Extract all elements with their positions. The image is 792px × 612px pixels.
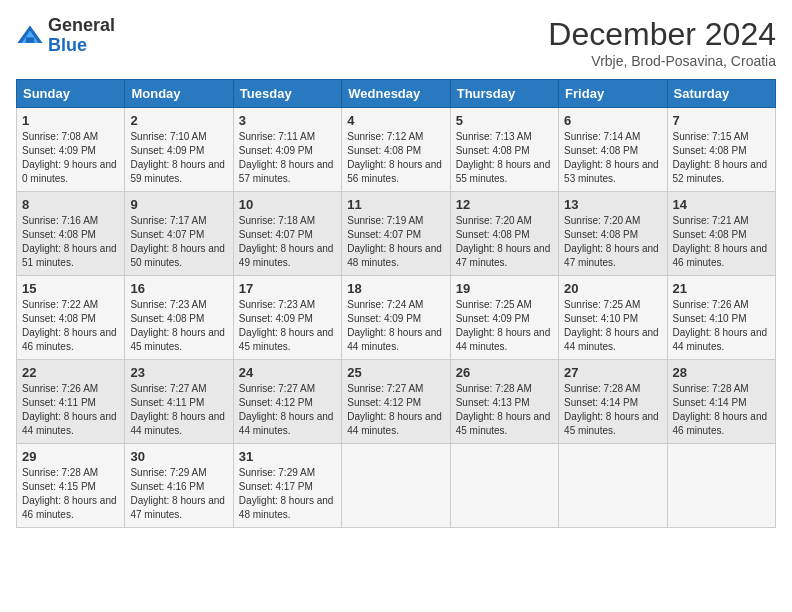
day-info: Sunrise: 7:29 AM Sunset: 4:16 PM Dayligh… xyxy=(130,466,227,522)
calendar-cell: 26 Sunrise: 7:28 AM Sunset: 4:13 PM Dayl… xyxy=(450,360,558,444)
calendar-week-4: 22 Sunrise: 7:26 AM Sunset: 4:11 PM Dayl… xyxy=(17,360,776,444)
sunset-label: Sunset: 4:09 PM xyxy=(239,313,313,324)
logo-icon xyxy=(16,22,44,50)
day-info: Sunrise: 7:10 AM Sunset: 4:09 PM Dayligh… xyxy=(130,130,227,186)
calendar-cell: 27 Sunrise: 7:28 AM Sunset: 4:14 PM Dayl… xyxy=(559,360,667,444)
day-info: Sunrise: 7:15 AM Sunset: 4:08 PM Dayligh… xyxy=(673,130,770,186)
daylight-label: Daylight: 8 hours and 48 minutes. xyxy=(347,243,442,268)
daylight-label: Daylight: 9 hours and 0 minutes. xyxy=(22,159,117,184)
sunset-label: Sunset: 4:15 PM xyxy=(22,481,96,492)
day-info: Sunrise: 7:14 AM Sunset: 4:08 PM Dayligh… xyxy=(564,130,661,186)
sunrise-label: Sunrise: 7:25 AM xyxy=(564,299,640,310)
day-number: 25 xyxy=(347,365,444,380)
header-wednesday: Wednesday xyxy=(342,80,450,108)
day-info: Sunrise: 7:20 AM Sunset: 4:08 PM Dayligh… xyxy=(564,214,661,270)
day-number: 13 xyxy=(564,197,661,212)
calendar-header-row: SundayMondayTuesdayWednesdayThursdayFrid… xyxy=(17,80,776,108)
sunrise-label: Sunrise: 7:27 AM xyxy=(347,383,423,394)
calendar-cell: 18 Sunrise: 7:24 AM Sunset: 4:09 PM Dayl… xyxy=(342,276,450,360)
sunset-label: Sunset: 4:07 PM xyxy=(347,229,421,240)
sunrise-label: Sunrise: 7:14 AM xyxy=(564,131,640,142)
sunset-label: Sunset: 4:16 PM xyxy=(130,481,204,492)
sunset-label: Sunset: 4:08 PM xyxy=(456,229,530,240)
daylight-label: Daylight: 8 hours and 44 minutes. xyxy=(347,411,442,436)
calendar-cell: 23 Sunrise: 7:27 AM Sunset: 4:11 PM Dayl… xyxy=(125,360,233,444)
daylight-label: Daylight: 8 hours and 45 minutes. xyxy=(239,327,334,352)
day-number: 11 xyxy=(347,197,444,212)
calendar-cell xyxy=(559,444,667,528)
sunrise-label: Sunrise: 7:20 AM xyxy=(564,215,640,226)
header-thursday: Thursday xyxy=(450,80,558,108)
sunrise-label: Sunrise: 7:22 AM xyxy=(22,299,98,310)
calendar-cell: 1 Sunrise: 7:08 AM Sunset: 4:09 PM Dayli… xyxy=(17,108,125,192)
day-info: Sunrise: 7:18 AM Sunset: 4:07 PM Dayligh… xyxy=(239,214,336,270)
header-sunday: Sunday xyxy=(17,80,125,108)
sunrise-label: Sunrise: 7:13 AM xyxy=(456,131,532,142)
calendar-cell: 16 Sunrise: 7:23 AM Sunset: 4:08 PM Dayl… xyxy=(125,276,233,360)
sunset-label: Sunset: 4:08 PM xyxy=(22,229,96,240)
day-number: 17 xyxy=(239,281,336,296)
calendar-cell: 21 Sunrise: 7:26 AM Sunset: 4:10 PM Dayl… xyxy=(667,276,775,360)
sunset-label: Sunset: 4:09 PM xyxy=(239,145,313,156)
sunrise-label: Sunrise: 7:17 AM xyxy=(130,215,206,226)
day-info: Sunrise: 7:24 AM Sunset: 4:09 PM Dayligh… xyxy=(347,298,444,354)
calendar-week-2: 8 Sunrise: 7:16 AM Sunset: 4:08 PM Dayli… xyxy=(17,192,776,276)
day-info: Sunrise: 7:22 AM Sunset: 4:08 PM Dayligh… xyxy=(22,298,119,354)
daylight-label: Daylight: 8 hours and 50 minutes. xyxy=(130,243,225,268)
calendar-cell: 17 Sunrise: 7:23 AM Sunset: 4:09 PM Dayl… xyxy=(233,276,341,360)
sunrise-label: Sunrise: 7:08 AM xyxy=(22,131,98,142)
sunrise-label: Sunrise: 7:28 AM xyxy=(673,383,749,394)
calendar-cell: 12 Sunrise: 7:20 AM Sunset: 4:08 PM Dayl… xyxy=(450,192,558,276)
sunset-label: Sunset: 4:09 PM xyxy=(347,313,421,324)
daylight-label: Daylight: 8 hours and 55 minutes. xyxy=(456,159,551,184)
logo-general: General xyxy=(48,15,115,35)
day-number: 19 xyxy=(456,281,553,296)
sunrise-label: Sunrise: 7:12 AM xyxy=(347,131,423,142)
calendar-cell: 6 Sunrise: 7:14 AM Sunset: 4:08 PM Dayli… xyxy=(559,108,667,192)
daylight-label: Daylight: 8 hours and 44 minutes. xyxy=(130,411,225,436)
calendar-cell xyxy=(450,444,558,528)
day-number: 24 xyxy=(239,365,336,380)
title-area: December 2024 Vrbje, Brod-Posavina, Croa… xyxy=(548,16,776,69)
sunset-label: Sunset: 4:14 PM xyxy=(564,397,638,408)
daylight-label: Daylight: 8 hours and 45 minutes. xyxy=(564,411,659,436)
daylight-label: Daylight: 8 hours and 44 minutes. xyxy=(673,327,768,352)
calendar-cell: 31 Sunrise: 7:29 AM Sunset: 4:17 PM Dayl… xyxy=(233,444,341,528)
sunset-label: Sunset: 4:10 PM xyxy=(673,313,747,324)
sunset-label: Sunset: 4:08 PM xyxy=(347,145,421,156)
sunset-label: Sunset: 4:07 PM xyxy=(130,229,204,240)
calendar-cell: 28 Sunrise: 7:28 AM Sunset: 4:14 PM Dayl… xyxy=(667,360,775,444)
header-friday: Friday xyxy=(559,80,667,108)
daylight-label: Daylight: 8 hours and 57 minutes. xyxy=(239,159,334,184)
sunrise-label: Sunrise: 7:10 AM xyxy=(130,131,206,142)
sunset-label: Sunset: 4:12 PM xyxy=(347,397,421,408)
day-number: 21 xyxy=(673,281,770,296)
day-number: 23 xyxy=(130,365,227,380)
calendar-cell: 19 Sunrise: 7:25 AM Sunset: 4:09 PM Dayl… xyxy=(450,276,558,360)
day-info: Sunrise: 7:11 AM Sunset: 4:09 PM Dayligh… xyxy=(239,130,336,186)
sunrise-label: Sunrise: 7:16 AM xyxy=(22,215,98,226)
day-number: 18 xyxy=(347,281,444,296)
daylight-label: Daylight: 8 hours and 48 minutes. xyxy=(239,495,334,520)
calendar-week-3: 15 Sunrise: 7:22 AM Sunset: 4:08 PM Dayl… xyxy=(17,276,776,360)
day-number: 1 xyxy=(22,113,119,128)
sunset-label: Sunset: 4:08 PM xyxy=(456,145,530,156)
day-number: 16 xyxy=(130,281,227,296)
day-number: 22 xyxy=(22,365,119,380)
day-info: Sunrise: 7:27 AM Sunset: 4:12 PM Dayligh… xyxy=(347,382,444,438)
daylight-label: Daylight: 8 hours and 51 minutes. xyxy=(22,243,117,268)
day-number: 27 xyxy=(564,365,661,380)
daylight-label: Daylight: 8 hours and 47 minutes. xyxy=(564,243,659,268)
sunrise-label: Sunrise: 7:19 AM xyxy=(347,215,423,226)
calendar-cell: 2 Sunrise: 7:10 AM Sunset: 4:09 PM Dayli… xyxy=(125,108,233,192)
calendar-cell: 29 Sunrise: 7:28 AM Sunset: 4:15 PM Dayl… xyxy=(17,444,125,528)
day-info: Sunrise: 7:17 AM Sunset: 4:07 PM Dayligh… xyxy=(130,214,227,270)
calendar-cell: 7 Sunrise: 7:15 AM Sunset: 4:08 PM Dayli… xyxy=(667,108,775,192)
daylight-label: Daylight: 8 hours and 44 minutes. xyxy=(456,327,551,352)
calendar-cell: 14 Sunrise: 7:21 AM Sunset: 4:08 PM Dayl… xyxy=(667,192,775,276)
header-saturday: Saturday xyxy=(667,80,775,108)
daylight-label: Daylight: 8 hours and 52 minutes. xyxy=(673,159,768,184)
sunset-label: Sunset: 4:14 PM xyxy=(673,397,747,408)
sunrise-label: Sunrise: 7:28 AM xyxy=(22,467,98,478)
calendar-table: SundayMondayTuesdayWednesdayThursdayFrid… xyxy=(16,79,776,528)
